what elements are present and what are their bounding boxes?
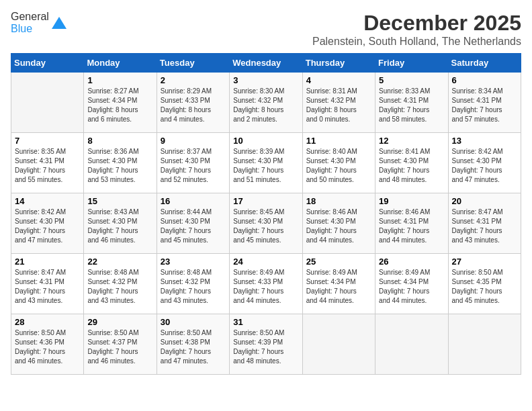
calendar-cell: 19Sunrise: 8:46 AMSunset: 4:31 PMDayligh…	[375, 193, 448, 254]
calendar-cell: 2Sunrise: 8:29 AMSunset: 4:33 PMDaylight…	[157, 73, 229, 133]
calendar-cell	[375, 314, 448, 375]
day-info: Sunrise: 8:48 AMSunset: 4:32 PMDaylight:…	[161, 268, 226, 306]
calendar-cell	[302, 314, 375, 375]
calendar-cell: 11Sunrise: 8:40 AMSunset: 4:30 PMDayligh…	[302, 133, 375, 193]
column-header-friday: Friday	[375, 54, 448, 73]
calendar-cell: 4Sunrise: 8:31 AMSunset: 4:32 PMDaylight…	[302, 73, 375, 133]
calendar-week-row: 21Sunrise: 8:47 AMSunset: 4:31 PMDayligh…	[11, 254, 521, 314]
day-number: 15	[87, 196, 152, 206]
calendar-cell: 29Sunrise: 8:50 AMSunset: 4:37 PMDayligh…	[84, 314, 157, 375]
day-number: 4	[306, 75, 371, 85]
day-info: Sunrise: 8:37 AMSunset: 4:30 PMDaylight:…	[161, 147, 226, 185]
day-info: Sunrise: 8:42 AMSunset: 4:30 PMDaylight:…	[15, 208, 80, 245]
day-number: 21	[15, 257, 80, 267]
title-block: December 2025 Palenstein, South Holland,…	[312, 11, 521, 48]
logo-icon	[52, 15, 66, 30]
day-number: 29	[87, 317, 152, 327]
calendar-cell	[448, 314, 521, 375]
calendar-cell: 15Sunrise: 8:43 AMSunset: 4:30 PMDayligh…	[84, 193, 157, 254]
day-number: 22	[87, 257, 152, 267]
day-number: 17	[233, 196, 298, 206]
day-number: 10	[233, 136, 298, 146]
day-number: 9	[161, 136, 226, 146]
calendar-cell: 16Sunrise: 8:44 AMSunset: 4:30 PMDayligh…	[157, 193, 229, 254]
day-info: Sunrise: 8:40 AMSunset: 4:30 PMDaylight:…	[306, 147, 371, 185]
calendar-cell: 12Sunrise: 8:41 AMSunset: 4:30 PMDayligh…	[375, 133, 448, 193]
calendar-cell: 9Sunrise: 8:37 AMSunset: 4:30 PMDaylight…	[157, 133, 229, 193]
page-header: General Blue December 2025 Palenstein, S…	[11, 11, 521, 48]
day-number: 26	[379, 257, 444, 267]
day-number: 18	[306, 196, 371, 206]
day-info: Sunrise: 8:49 AMSunset: 4:34 PMDaylight:…	[379, 268, 444, 306]
day-info: Sunrise: 8:47 AMSunset: 4:31 PMDaylight:…	[452, 208, 517, 245]
day-number: 28	[15, 317, 80, 327]
calendar-cell: 3Sunrise: 8:30 AMSunset: 4:32 PMDaylight…	[230, 73, 302, 133]
calendar-header-row: SundayMondayTuesdayWednesdayThursdayFrid…	[11, 54, 521, 73]
column-header-tuesday: Tuesday	[157, 54, 229, 73]
day-number: 30	[161, 317, 226, 327]
day-info: Sunrise: 8:46 AMSunset: 4:31 PMDaylight:…	[379, 208, 444, 245]
column-header-thursday: Thursday	[302, 54, 375, 73]
day-number: 6	[452, 75, 517, 85]
month-title: December 2025	[312, 11, 521, 36]
svg-marker-0	[52, 17, 66, 29]
calendar-cell: 31Sunrise: 8:50 AMSunset: 4:39 PMDayligh…	[230, 314, 302, 375]
calendar-cell: 1Sunrise: 8:27 AMSunset: 4:34 PMDaylight…	[84, 73, 157, 133]
day-info: Sunrise: 8:45 AMSunset: 4:30 PMDaylight:…	[233, 208, 298, 245]
day-info: Sunrise: 8:36 AMSunset: 4:30 PMDaylight:…	[87, 147, 152, 185]
day-info: Sunrise: 8:27 AMSunset: 4:34 PMDaylight:…	[87, 87, 152, 124]
day-info: Sunrise: 8:31 AMSunset: 4:32 PMDaylight:…	[306, 87, 371, 124]
day-number: 3	[233, 75, 298, 85]
calendar-week-row: 1Sunrise: 8:27 AMSunset: 4:34 PMDaylight…	[11, 73, 521, 133]
logo-general-text: General	[11, 11, 49, 22]
day-number: 31	[233, 317, 298, 327]
calendar-cell: 7Sunrise: 8:35 AMSunset: 4:31 PMDaylight…	[11, 133, 84, 193]
calendar-cell: 5Sunrise: 8:33 AMSunset: 4:31 PMDaylight…	[375, 73, 448, 133]
column-header-monday: Monday	[84, 54, 157, 73]
calendar-cell: 14Sunrise: 8:42 AMSunset: 4:30 PMDayligh…	[11, 193, 84, 254]
calendar-cell: 21Sunrise: 8:47 AMSunset: 4:31 PMDayligh…	[11, 254, 84, 314]
calendar-cell: 26Sunrise: 8:49 AMSunset: 4:34 PMDayligh…	[375, 254, 448, 314]
day-info: Sunrise: 8:29 AMSunset: 4:33 PMDaylight:…	[161, 87, 226, 124]
day-info: Sunrise: 8:44 AMSunset: 4:30 PMDaylight:…	[161, 208, 226, 245]
day-info: Sunrise: 8:35 AMSunset: 4:31 PMDaylight:…	[15, 147, 80, 185]
day-info: Sunrise: 8:50 AMSunset: 4:38 PMDaylight:…	[161, 328, 226, 366]
day-info: Sunrise: 8:33 AMSunset: 4:31 PMDaylight:…	[379, 87, 444, 124]
column-header-sunday: Sunday	[11, 54, 84, 73]
day-info: Sunrise: 8:50 AMSunset: 4:37 PMDaylight:…	[87, 328, 152, 366]
day-number: 11	[306, 136, 371, 146]
day-number: 27	[452, 257, 517, 267]
calendar-cell: 28Sunrise: 8:50 AMSunset: 4:36 PMDayligh…	[11, 314, 84, 375]
calendar-cell: 27Sunrise: 8:50 AMSunset: 4:35 PMDayligh…	[448, 254, 521, 314]
location-title: Palenstein, South Holland, The Netherlan…	[312, 36, 521, 48]
day-number: 16	[161, 196, 226, 206]
calendar-cell: 24Sunrise: 8:49 AMSunset: 4:33 PMDayligh…	[230, 254, 302, 314]
calendar-cell: 10Sunrise: 8:39 AMSunset: 4:30 PMDayligh…	[230, 133, 302, 193]
calendar-cell: 25Sunrise: 8:49 AMSunset: 4:34 PMDayligh…	[302, 254, 375, 314]
day-info: Sunrise: 8:39 AMSunset: 4:30 PMDaylight:…	[233, 147, 298, 185]
day-info: Sunrise: 8:48 AMSunset: 4:32 PMDaylight:…	[87, 268, 152, 306]
calendar-cell: 13Sunrise: 8:42 AMSunset: 4:30 PMDayligh…	[448, 133, 521, 193]
day-info: Sunrise: 8:50 AMSunset: 4:39 PMDaylight:…	[233, 328, 298, 366]
day-info: Sunrise: 8:50 AMSunset: 4:36 PMDaylight:…	[15, 328, 80, 366]
day-number: 24	[233, 257, 298, 267]
day-info: Sunrise: 8:30 AMSunset: 4:32 PMDaylight:…	[233, 87, 298, 124]
calendar-body: 1Sunrise: 8:27 AMSunset: 4:34 PMDaylight…	[11, 73, 521, 375]
column-header-saturday: Saturday	[448, 54, 521, 73]
calendar-cell: 23Sunrise: 8:48 AMSunset: 4:32 PMDayligh…	[157, 254, 229, 314]
day-info: Sunrise: 8:43 AMSunset: 4:30 PMDaylight:…	[87, 208, 152, 245]
day-number: 12	[379, 136, 444, 146]
calendar-cell: 20Sunrise: 8:47 AMSunset: 4:31 PMDayligh…	[448, 193, 521, 254]
day-number: 13	[452, 136, 517, 146]
calendar-week-row: 7Sunrise: 8:35 AMSunset: 4:31 PMDaylight…	[11, 133, 521, 193]
day-info: Sunrise: 8:41 AMSunset: 4:30 PMDaylight:…	[379, 147, 444, 185]
day-number: 2	[161, 75, 226, 85]
logo: General Blue	[11, 11, 66, 35]
day-info: Sunrise: 8:46 AMSunset: 4:30 PMDaylight:…	[306, 208, 371, 245]
day-number: 25	[306, 257, 371, 267]
calendar-cell: 6Sunrise: 8:34 AMSunset: 4:31 PMDaylight…	[448, 73, 521, 133]
calendar-cell: 17Sunrise: 8:45 AMSunset: 4:30 PMDayligh…	[230, 193, 302, 254]
calendar-week-row: 14Sunrise: 8:42 AMSunset: 4:30 PMDayligh…	[11, 193, 521, 254]
calendar-cell: 30Sunrise: 8:50 AMSunset: 4:38 PMDayligh…	[157, 314, 229, 375]
day-info: Sunrise: 8:49 AMSunset: 4:34 PMDaylight:…	[306, 268, 371, 306]
